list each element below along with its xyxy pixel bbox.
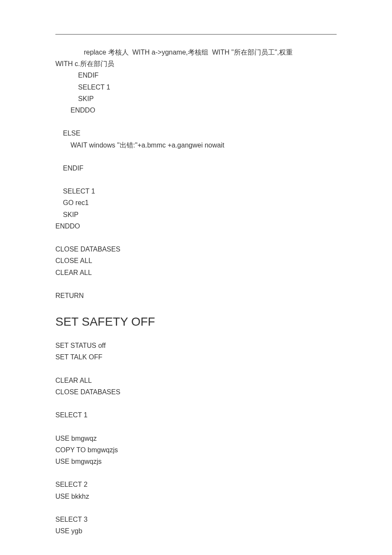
- code-line: GO rec1: [55, 199, 89, 206]
- code-line: CLOSE DATABASES: [55, 388, 120, 396]
- code-line: WITH c.所在部门员: [55, 60, 114, 67]
- code-line: SELECT 1: [55, 188, 95, 195]
- code-line: USE bmgwqz: [55, 435, 97, 442]
- code-line: USE ygb: [55, 527, 82, 535]
- code-line: SET TALK OFF: [55, 353, 102, 361]
- code-line: SELECT 2: [55, 481, 87, 488]
- code-line: ENDDO: [55, 107, 95, 114]
- code-line: ELSE: [55, 130, 81, 137]
- code-line: CLEAR ALL: [55, 377, 92, 384]
- code-line: SKIP: [55, 95, 94, 102]
- code-line: CLEAR ALL: [55, 269, 92, 276]
- code-line: SELECT 1: [55, 84, 110, 91]
- code-line: replace 考核人 WITH a->ygname,考核组 WITH "所在部…: [55, 49, 293, 56]
- code-line: USE bmgwqzjs: [55, 458, 101, 465]
- code-line: SKIP: [55, 211, 78, 218]
- document-page: replace 考核人 WITH a->ygname,考核组 WITH "所在部…: [0, 0, 392, 555]
- code-block-lower: SET STATUS off SET TALK OFF CLEAR ALL CL…: [55, 340, 337, 537]
- code-line: COPY TO bmgwqzjs: [55, 446, 118, 454]
- code-line: RETURN: [55, 292, 84, 299]
- section-heading: SET SAFETY OFF: [55, 315, 337, 329]
- code-line: SET STATUS off: [55, 342, 106, 349]
- code-line: ENDDO: [55, 223, 80, 230]
- code-line: WAIT windows "出错:"+a.bmmc +a.gangwei now…: [55, 142, 224, 149]
- code-line: ENDIF: [55, 72, 98, 79]
- code-line: CLOSE DATABASES: [55, 246, 120, 253]
- code-line: SELECT 3: [55, 516, 87, 523]
- code-line: USE bkkhz: [55, 493, 89, 500]
- top-rule: [55, 34, 337, 35]
- code-line: ENDIF: [55, 165, 84, 172]
- code-line: CLOSE ALL: [55, 257, 92, 264]
- code-line: SELECT 1: [55, 411, 87, 419]
- code-block-upper: replace 考核人 WITH a->ygname,考核组 WITH "所在部…: [55, 46, 337, 301]
